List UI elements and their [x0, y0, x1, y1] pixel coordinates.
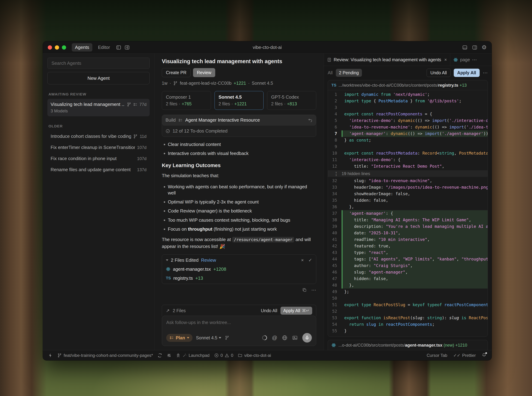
line-number: 43 [328, 249, 342, 256]
separator: · [170, 81, 171, 86]
create-pr-button[interactable]: Create PR [162, 68, 191, 77]
more-options-icon[interactable]: ⋯ [483, 70, 488, 76]
line-number: 4 [328, 111, 342, 117]
secondary-panel-toggle-icon[interactable] [124, 45, 130, 51]
more-options-icon[interactable]: ⋯ [472, 57, 477, 63]
line-content: title: "Interactive React Demo Post", [342, 163, 487, 169]
chevron-down-icon[interactable] [166, 259, 168, 261]
line-number: 38 [328, 217, 342, 223]
older-age: 137d [137, 167, 147, 172]
file-added: +13 [459, 83, 467, 87]
undo-all-button[interactable]: Undo All [261, 308, 277, 313]
titlebar: Agents Editor vibe-cto-dot-ai ⚙ [43, 41, 492, 54]
review-button[interactable]: Review [193, 68, 215, 77]
more-options-icon[interactable]: ⋯ [311, 287, 316, 293]
line-content: export type ReactPostSlug = keyof typeof… [342, 302, 487, 308]
maximize-window-button[interactable] [62, 45, 66, 50]
bullet-item: Interactive controls with visual feedbac… [168, 150, 316, 157]
code-line: 51export type ReactPostSlug = keyof type… [328, 302, 487, 308]
older-age: 11d [140, 134, 147, 139]
right-panel-icon[interactable] [472, 45, 478, 51]
undo-all-button[interactable]: Undo All [427, 69, 450, 77]
line-content: export const reactPostMetadata: Record<s… [342, 150, 487, 157]
mention-icon[interactable]: @ [272, 335, 277, 341]
model-picker[interactable]: Sonnet 4.5 [196, 335, 221, 340]
model-card-sonnet[interactable]: Sonnet 4.5 2 files·+1221 [215, 91, 264, 110]
feature-bullets: Clear instructional content Interactive … [168, 141, 316, 157]
expand-icon[interactable]: ↗ [166, 308, 170, 313]
reject-all-icon[interactable]: × [301, 257, 304, 263]
build-label: Build [165, 117, 176, 123]
composer-area: ↗ 2 Files Undo All Apply All ⌘↵ Ask foll… [154, 305, 324, 350]
file-row[interactable]: TS registry.ts +13 [166, 275, 312, 281]
sidebar-toggle-icon[interactable] [116, 45, 122, 51]
tab-review[interactable]: Review: Visualizing tech lead management… [324, 54, 450, 66]
undo-icon[interactable] [308, 118, 312, 122]
tab-page[interactable]: page ⋯ [450, 54, 480, 66]
code-line: 35 hidden: false, [328, 197, 487, 204]
new-agent-button[interactable]: New Agent [47, 72, 150, 84]
settings-gear-icon[interactable]: ⚙ [481, 45, 487, 51]
code-line: 43 type: "react", [328, 249, 487, 256]
older-header: OLDER [48, 124, 149, 128]
sliders-icon[interactable] [167, 353, 171, 358]
hidden-lines-divider[interactable]: ↓↑19 hidden lines [328, 170, 487, 177]
todos-status[interactable]: 12 of 12 To-dos Completed [162, 125, 316, 137]
bottom-panel-icon[interactable] [462, 45, 468, 51]
prettier-status[interactable]: ✓✓ Prettier [453, 353, 476, 358]
image-icon[interactable] [292, 335, 298, 341]
filter-all[interactable]: All [328, 70, 333, 75]
model-card-gpt5[interactable]: GPT-5 Codex 2 files·+813 [267, 91, 316, 110]
branch-icon [133, 134, 138, 139]
next-diff-file-header[interactable]: ...o-dot-ai/CC00b/src/content/posts/agen… [328, 340, 488, 350]
apply-all-button[interactable]: Apply All ⌘↵ [280, 307, 312, 315]
tab-review-label: Review: Visualizing tech lead management… [334, 57, 441, 62]
files-edited-title: 2 Files Edited [171, 257, 199, 263]
minimize-window-button[interactable] [55, 45, 59, 50]
line-number: 36 [328, 204, 342, 210]
problems-status[interactable]: 0 0 [214, 353, 233, 358]
close-icon[interactable]: × [444, 57, 447, 62]
line-content [342, 104, 487, 111]
older-age: 107d [137, 156, 147, 161]
tab-editor[interactable]: Editor [95, 43, 113, 52]
notifications-bell-icon[interactable] [482, 353, 486, 358]
apply-all-button[interactable]: Apply All [454, 69, 480, 77]
review-link[interactable]: Review [201, 257, 216, 263]
followup-input[interactable]: Ask follow-ups in the worktree... Plan S… [162, 316, 316, 346]
sync-icon[interactable] [158, 353, 162, 358]
sidebar-item-older[interactable]: Rename files and update game content 137… [47, 164, 150, 175]
remote-icon[interactable] [48, 353, 53, 358]
git-branch-status[interactable]: feat/vibe-training-cohort-and-community-… [57, 353, 153, 358]
plan-mode-button[interactable]: Plan [166, 334, 192, 342]
copy-icon[interactable] [302, 287, 307, 293]
line-number: 1 [328, 91, 342, 98]
close-window-button[interactable] [48, 45, 52, 50]
tab-agents[interactable]: Agents [72, 43, 92, 52]
expand-hidden-icon[interactable]: ↓↑ [328, 171, 342, 176]
code-body[interactable]: 1import dynamic from 'next/dynamic';2imp… [328, 90, 487, 337]
launchpad-status[interactable]: Launchpad [176, 353, 209, 358]
sidebar-item-older[interactable]: Fix enterTimer cleanup in SceneTransitio… [47, 142, 150, 153]
accept-all-icon[interactable]: ✓ [308, 257, 312, 263]
sidebar-item-older[interactable]: Introduce cohort classes for vibe coding… [47, 131, 150, 142]
sidebar-item-older[interactable]: Fix race condition in phone input 107d [47, 153, 150, 164]
model-picker-label: Sonnet 4.5 [196, 335, 217, 340]
sidebar-item-agent[interactable]: Visualizing tech lead management ... 77d… [47, 99, 150, 116]
path-prefix: ...o-dot-ai/CC00b/src/content/posts/ [339, 343, 405, 348]
filter-pending[interactable]: 2 Pending [336, 69, 362, 77]
outcome-item: Optimal WIP is typically 2-3x the agent … [168, 199, 316, 205]
circle-check-icon [165, 129, 170, 134]
build-header[interactable]: Build Agent Manager Interactive Resource [162, 115, 316, 125]
code-line: 55} [328, 328, 487, 334]
search-input[interactable] [47, 58, 150, 69]
model-card-composer[interactable]: Composer 1 2 files·+765 [162, 91, 211, 110]
file-row[interactable]: agent-manager.tsx +1208 [166, 267, 312, 272]
workspace-folder[interactable]: vibe-cto-dot-ai [238, 353, 271, 358]
globe-icon[interactable] [282, 335, 288, 341]
diff-file-header[interactable]: TS .../worktrees/vibe-cto-dot-ai/CC00b/s… [328, 80, 487, 90]
double-check-icon: ✓✓ [453, 353, 460, 358]
cursor-tab-status[interactable]: Cursor Tab [427, 353, 447, 358]
branch-icon[interactable] [225, 335, 229, 340]
microphone-button[interactable] [302, 333, 312, 343]
